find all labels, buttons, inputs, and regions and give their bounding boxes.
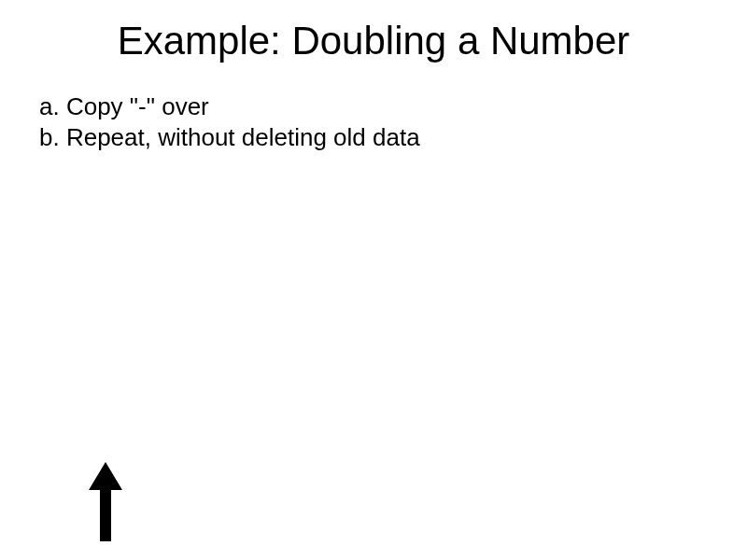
list-item: b. Repeat, without deleting old data [39, 122, 747, 153]
list-text-b: Repeat, without deleting old data [66, 122, 420, 153]
list-item: a. Copy "-" over [39, 91, 747, 122]
list-marker-a: a. [39, 91, 66, 122]
list-text-a: Copy "-" over [66, 91, 209, 122]
slide-title: Example: Doubling a Number [0, 0, 747, 91]
list-marker-b: b. [39, 122, 66, 153]
slide-content: a. Copy "-" over b. Repeat, without dele… [0, 91, 747, 152]
svg-marker-0 [89, 462, 122, 541]
up-arrow-icon [89, 462, 122, 541]
